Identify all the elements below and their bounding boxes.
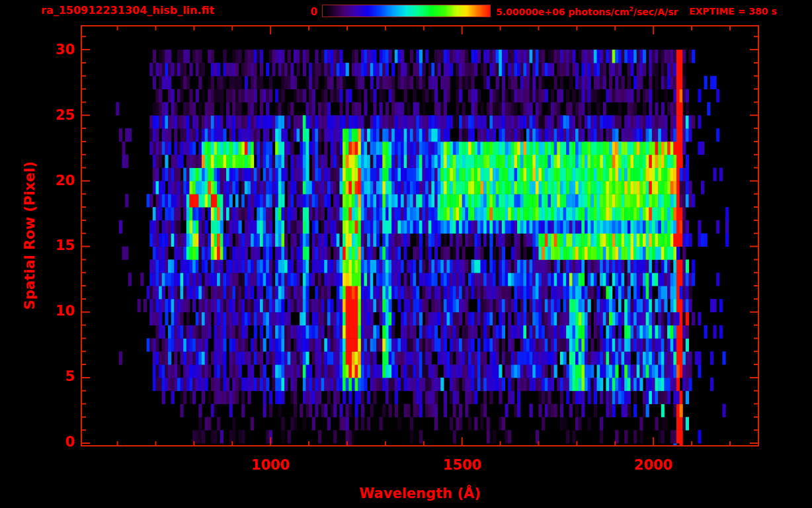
colorbar-min-label: 0	[299, 6, 317, 18]
colorbar-max-prefix: 5.00000e+06 photons/cm	[496, 7, 629, 17]
colorbar-max-suffix: /sec/A/sr	[633, 7, 678, 17]
colorbar-max-label: 5.00000e+06 photons/cm2/sec/A/sr	[496, 6, 678, 17]
file-title: ra_150912231304_hisb_lin.fit	[41, 4, 214, 17]
x-axis-title: Wavelength (Å)	[248, 486, 592, 501]
exposure-time-label: EXPTIME = 380 s	[689, 6, 777, 17]
x-tick-label: 1000	[231, 457, 310, 473]
y-tick-label: 25	[0, 107, 75, 123]
spectrogram-viewer-window: ra_150912231304_hisb_lin.fit 0 5.00000e+…	[0, 0, 812, 508]
x-tick-label: 2000	[614, 457, 693, 473]
x-tick-label: 1500	[423, 457, 502, 473]
spectrogram-canvas	[81, 25, 759, 446]
y-tick-label: 30	[0, 42, 75, 58]
y-axis-title: Spatial Row (Pixel)	[22, 161, 38, 310]
y-tick-label: 5	[0, 368, 75, 384]
colorbar-gradient	[322, 5, 491, 17]
y-tick-label: 0	[0, 434, 75, 450]
